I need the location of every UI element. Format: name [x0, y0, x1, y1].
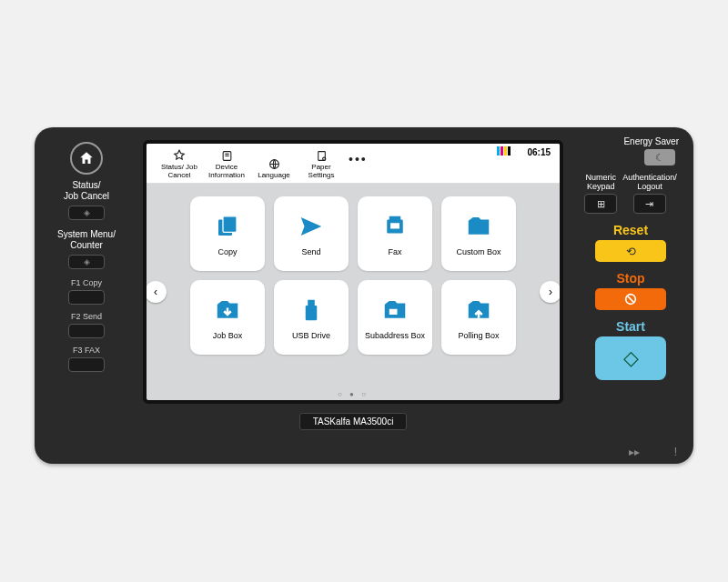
sb-paper-settings[interactable]: Paper Settings [298, 148, 345, 179]
usb-drive-icon [298, 296, 325, 324]
f2-label: F2 Send [46, 312, 127, 321]
stop-label: Stop [577, 271, 684, 286]
clock: 06:15 [527, 147, 551, 157]
sb-language[interactable]: Language [250, 156, 298, 179]
f3-label: F3 FAX [46, 346, 127, 355]
left-hardkey-column: Status/ Job Cancel ◈ System Menu/ Counte… [35, 127, 135, 464]
home-button[interactable] [70, 142, 103, 175]
svg-point-5 [322, 157, 325, 160]
toner-indicator-icon [497, 146, 511, 156]
energy-saver-label: Energy Saver [577, 136, 679, 146]
svg-rect-4 [318, 151, 325, 160]
energy-saver-button[interactable]: ☾ [644, 149, 675, 166]
fax-icon [381, 213, 409, 240]
sb-status-jobcancel[interactable]: Status/ Job Cancel [156, 148, 203, 179]
start-label: Start [577, 319, 684, 334]
tile-usb-drive[interactable]: USB Drive [274, 280, 349, 355]
send-icon [298, 213, 325, 240]
touchscreen: 06:15 Status/ Job Cancel Device Informat… [143, 140, 563, 404]
status-bar: 06:15 Status/ Job Cancel Device Informat… [147, 144, 560, 184]
app-grid: ‹ › Copy Send Fax [147, 184, 560, 400]
tile-send[interactable]: Send [274, 196, 349, 271]
home-icon [78, 150, 95, 166]
copy-icon [214, 213, 241, 240]
tile-custom-box[interactable]: Custom Box [441, 196, 516, 271]
keypad-icon: ⊞ [597, 198, 605, 210]
page-prev-button[interactable]: ‹ [145, 281, 167, 303]
device-info-icon [221, 150, 233, 162]
reset-label: Reset [577, 223, 684, 237]
start-button[interactable]: ◇ [595, 336, 666, 380]
status-jobcancel-button[interactable]: ◈ [68, 206, 105, 220]
more-menu-button[interactable]: ••• [345, 152, 368, 166]
model-label: TASKalfa MA3500ci [299, 413, 408, 430]
f2-button[interactable] [68, 324, 105, 338]
tile-subaddress-box[interactable]: Subaddress Box [358, 280, 432, 355]
svg-line-15 [628, 296, 634, 303]
stop-icon [623, 292, 638, 306]
job-box-icon [214, 296, 241, 324]
custom-box-icon [465, 213, 492, 240]
paper-settings-icon [316, 150, 328, 162]
svg-rect-12 [306, 306, 318, 320]
logout-icon: ⇥ [645, 198, 653, 210]
f1-label: F1 Copy [46, 278, 127, 287]
numeric-keypad-label: Numeric Keypad [584, 173, 617, 191]
page-indicator: ○ ● ○ [338, 390, 369, 398]
page-next-button[interactable]: › [540, 281, 561, 303]
f1-button[interactable] [68, 290, 105, 305]
moon-icon: ☾ [655, 152, 664, 164]
f3-button[interactable] [68, 357, 105, 372]
reset-button[interactable]: ⟲ [595, 240, 666, 262]
svg-rect-13 [389, 309, 398, 315]
numeric-keypad-button[interactable]: ⊞ [584, 194, 617, 214]
status-jobcancel-label: Status/ Job Cancel [46, 180, 127, 202]
right-hardkey-column: Energy Saver ☾ Numeric Keypad ⊞ Authenti… [571, 127, 693, 464]
tile-job-box[interactable]: Job Box [190, 280, 265, 355]
start-icon: ◇ [623, 346, 639, 370]
tile-fax[interactable]: Fax [358, 196, 432, 271]
svg-rect-7 [223, 216, 237, 233]
sb-device-info[interactable]: Device Information [203, 148, 250, 179]
status-icon [173, 149, 186, 162]
tile-polling-box[interactable]: Polling Box [441, 280, 516, 355]
auth-logout-label: Authentication/ Logout [622, 173, 677, 191]
polling-box-icon [465, 296, 492, 324]
svg-rect-10 [390, 223, 399, 228]
control-panel: Status/ Job Cancel ◈ System Menu/ Counte… [35, 127, 693, 464]
subaddress-box-icon [381, 296, 409, 324]
svg-rect-11 [308, 300, 315, 306]
stop-button[interactable] [595, 288, 666, 310]
systemmenu-counter-button[interactable]: ◈ [68, 255, 105, 269]
auth-logout-button[interactable]: ⇥ [633, 194, 666, 214]
tile-copy[interactable]: Copy [190, 196, 265, 271]
language-icon [268, 158, 280, 170]
systemmenu-counter-label: System Menu/ Counter [46, 229, 127, 251]
indicator-lights: ▸▸! [629, 446, 677, 458]
svg-rect-9 [389, 216, 401, 221]
